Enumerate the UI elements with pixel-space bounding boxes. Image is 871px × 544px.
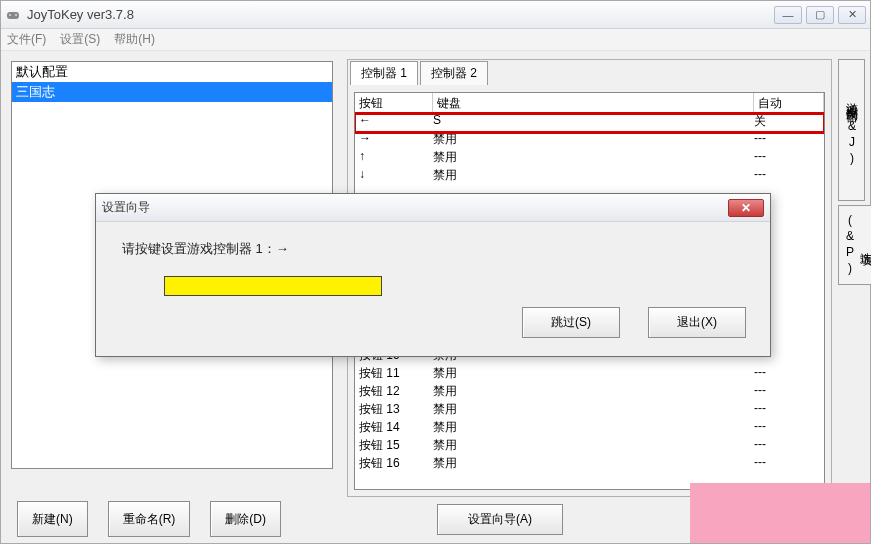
- bottom-buttons: 设置向导(A): [437, 504, 563, 535]
- cell-button: 按钮 15: [355, 437, 433, 455]
- skip-button[interactable]: 跳过(S): [522, 307, 620, 338]
- dialog-input-highlight[interactable]: [164, 276, 382, 296]
- wizard-button[interactable]: 设置向导(A): [437, 504, 563, 535]
- table-row[interactable]: ↑ 禁用 ---: [355, 149, 824, 167]
- config-item-default[interactable]: 默认配置: [12, 62, 332, 82]
- tab-controller-2[interactable]: 控制器 2: [420, 61, 488, 85]
- cell-auto: ---: [754, 401, 824, 419]
- header-button[interactable]: 按钮: [355, 93, 433, 112]
- cell-auto: ---: [754, 437, 824, 455]
- window-controls: — ▢ ✕: [774, 6, 866, 24]
- cell-keyboard: 禁用: [433, 365, 754, 383]
- cell-keyboard: 禁用: [433, 419, 754, 437]
- config-item-sanguo[interactable]: 三国志: [12, 82, 332, 102]
- tab-controller-1[interactable]: 控制器 1: [350, 61, 418, 85]
- cell-keyboard: 禁用: [433, 167, 754, 185]
- table-row[interactable]: ↓ 禁用 ---: [355, 167, 824, 185]
- titlebar: JoyToKey ver3.7.8 — ▢ ✕: [1, 1, 870, 29]
- app-icon: [5, 7, 21, 23]
- menu-help[interactable]: 帮助(H): [114, 31, 155, 48]
- table-row[interactable]: 按钮 14 禁用 ---: [355, 419, 824, 437]
- svg-point-2: [15, 14, 17, 16]
- tabstrip: 控制器 1 控制器 2: [348, 60, 831, 84]
- svg-rect-0: [7, 12, 19, 19]
- cell-auto: ---: [754, 455, 824, 473]
- cell-auto: 关: [754, 113, 824, 131]
- main-window: JoyToKey ver3.7.8 — ▢ ✕ 文件(F) 设置(S) 帮助(H…: [0, 0, 871, 544]
- cell-button: 按钮 13: [355, 401, 433, 419]
- table-row[interactable]: → 禁用 ---: [355, 131, 824, 149]
- delete-button[interactable]: 删除(D): [210, 501, 281, 537]
- window-title: JoyToKey ver3.7.8: [27, 7, 774, 22]
- dialog-title: 设置向导: [102, 199, 728, 216]
- dialog-buttons: 跳过(S) 退出(X): [522, 307, 746, 338]
- dialog-body: 请按键设置游戏控制器 1：→ 跳过(S) 退出(X): [96, 222, 770, 356]
- table-header: 按钮 键盘 自动: [355, 93, 824, 113]
- menubar: 文件(F) 设置(S) 帮助(H): [1, 29, 870, 51]
- dialog-titlebar: 设置向导 ✕: [96, 194, 770, 222]
- cell-button: 按钮 14: [355, 419, 433, 437]
- cell-keyboard: 禁用: [433, 149, 754, 167]
- menu-settings[interactable]: 设置(S): [60, 31, 100, 48]
- wizard-dialog: 设置向导 ✕ 请按键设置游戏控制器 1：→ 跳过(S) 退出(X): [95, 193, 771, 357]
- table-row[interactable]: 按钮 15 禁用 ---: [355, 437, 824, 455]
- minimize-button[interactable]: —: [774, 6, 802, 24]
- cell-keyboard: 禁用: [433, 131, 754, 149]
- table-row[interactable]: ← S 关: [355, 113, 824, 131]
- cell-button: ↓: [355, 167, 433, 185]
- cell-button: ←: [355, 113, 433, 131]
- svg-point-1: [9, 14, 11, 16]
- cell-keyboard: 禁用: [433, 455, 754, 473]
- cell-button: 按钮 12: [355, 383, 433, 401]
- cell-button: ↑: [355, 149, 433, 167]
- header-auto[interactable]: 自动: [754, 93, 824, 112]
- cell-keyboard: S: [433, 113, 754, 131]
- cell-keyboard: 禁用: [433, 437, 754, 455]
- new-button[interactable]: 新建(N): [17, 501, 88, 537]
- cell-button: →: [355, 131, 433, 149]
- menu-file[interactable]: 文件(F): [7, 31, 46, 48]
- cell-auto: ---: [754, 167, 824, 185]
- table-row[interactable]: 按钮 11 禁用 ---: [355, 365, 824, 383]
- header-keyboard[interactable]: 键盘: [433, 93, 754, 112]
- table-row[interactable]: 按钮 16 禁用 ---: [355, 455, 824, 473]
- table-row[interactable]: 按钮 13 禁用 ---: [355, 401, 824, 419]
- cell-auto: ---: [754, 365, 824, 383]
- rename-button[interactable]: 重命名(R): [108, 501, 191, 537]
- cell-keyboard: 禁用: [433, 383, 754, 401]
- exit-button[interactable]: 退出(X): [648, 307, 746, 338]
- maximize-button[interactable]: ▢: [806, 6, 834, 24]
- cell-auto: ---: [754, 131, 824, 149]
- options-button[interactable]: 选项(&P): [838, 205, 871, 285]
- close-button[interactable]: ✕: [838, 6, 866, 24]
- watermark-corner: [690, 483, 870, 543]
- cell-auto: ---: [754, 383, 824, 401]
- cell-keyboard: 禁用: [433, 401, 754, 419]
- dialog-message: 请按键设置游戏控制器 1：→: [122, 240, 744, 258]
- cell-auto: ---: [754, 149, 824, 167]
- cell-button: 按钮 16: [355, 455, 433, 473]
- table-row[interactable]: 按钮 12 禁用 ---: [355, 383, 824, 401]
- cell-auto: ---: [754, 419, 824, 437]
- game-controller-button[interactable]: 游戏控制器(&J): [838, 59, 865, 201]
- dialog-close-button[interactable]: ✕: [728, 199, 764, 217]
- config-buttons: 新建(N) 重命名(R) 删除(D): [17, 501, 337, 537]
- cell-button: 按钮 11: [355, 365, 433, 383]
- right-sidebar: 游戏控制器(&J) 选项(&P): [838, 59, 864, 289]
